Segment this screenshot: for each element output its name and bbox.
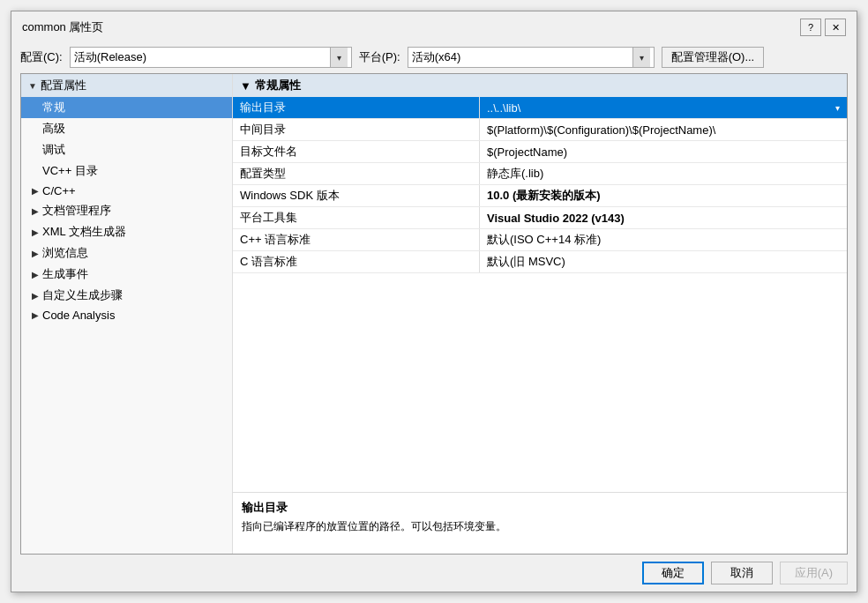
title-controls: ? ✕ [800, 19, 846, 36]
description-title: 输出目录 [242, 500, 838, 516]
sidebar-item-label: Code Analysis [42, 309, 115, 322]
sidebar-item-common[interactable]: 常规 [21, 97, 232, 118]
sidebar-item-browser[interactable]: ▶浏览信息 [21, 242, 232, 264]
sidebar-item-label: 自定义生成步骤 [42, 287, 123, 303]
sidebar-item-vc_dirs[interactable]: VC++ 目录 [21, 160, 232, 182]
tree-group-arrow: ▶ [32, 249, 39, 258]
tree-group-arrow: ▶ [32, 270, 39, 279]
button-row: 确定 取消 应用(A) [11, 555, 857, 592]
sidebar-item-advanced[interactable]: 高级 [21, 118, 232, 139]
prop-name: C++ 语言标准 [233, 229, 480, 250]
tree-section-label: 配置属性 [41, 78, 86, 93]
apply-button[interactable]: 应用(A) [780, 562, 848, 584]
title-bar: common 属性页 ? ✕ [11, 11, 857, 41]
prop-value-text: 10.0 (最新安装的版本) [487, 188, 601, 204]
dialog-title: common 属性页 [22, 19, 103, 35]
tree-section-arrow: ▼ [28, 81, 37, 91]
help-button[interactable]: ? [800, 19, 821, 36]
table-row[interactable]: 目标文件名$(ProjectName) [233, 141, 847, 163]
prop-value-text: 默认(ISO C++14 标准) [487, 232, 601, 248]
tree-group-arrow: ▶ [32, 291, 39, 301]
platform-dropdown[interactable]: 活动(x64) ▾ [408, 47, 655, 68]
prop-value-text: $(Platform)\$(Configuration)\$(ProjectNa… [487, 123, 715, 137]
config-dropdown-value: 活动(Release) [74, 49, 330, 65]
description-text: 指向已编译程序的放置位置的路径。可以包括环境变量。 [242, 519, 838, 534]
sidebar-item-label: XML 文档生成器 [42, 224, 126, 240]
prop-value: 默认(ISO C++14 标准) [480, 229, 847, 250]
platform-dropdown-value: 活动(x64) [412, 49, 632, 65]
prop-name: Windows SDK 版本 [233, 185, 480, 206]
left-panel: ▼ 配置属性 常规高级调试VC++ 目录▶C/C++▶文档管理程序▶XML 文档… [21, 74, 233, 554]
tree-group-arrow: ▶ [32, 227, 39, 237]
table-row[interactable]: 输出目录..\..\lib\▾ [233, 97, 847, 119]
sidebar-item-code_analysis[interactable]: ▶Code Analysis [21, 306, 232, 324]
toolbar: 配置(C): 活动(Release) ▾ 平台(P): 活动(x64) ▾ 配置… [11, 41, 857, 73]
config-manager-button[interactable]: 配置管理器(O)... [662, 47, 765, 68]
sidebar-item-label: 生成事件 [42, 266, 88, 282]
prop-value-text: 默认(旧 MSVC) [487, 254, 565, 270]
close-button[interactable]: ✕ [825, 19, 846, 36]
props-table: 输出目录..\..\lib\▾中间目录$(Platform)\$(Configu… [233, 97, 847, 492]
platform-label: 平台(P): [359, 49, 400, 65]
tree-group-arrow: ▶ [32, 186, 39, 196]
tree-container: 常规高级调试VC++ 目录▶C/C++▶文档管理程序▶XML 文档生成器▶浏览信… [21, 97, 232, 324]
props-section-arrow: ▼ [240, 79, 251, 93]
prop-rows-container: 输出目录..\..\lib\▾中间目录$(Platform)\$(Configu… [233, 97, 847, 273]
prop-name: C 语言标准 [233, 251, 480, 272]
tree-section-header: ▼ 配置属性 [21, 74, 232, 97]
prop-value: 默认(旧 MSVC) [480, 251, 847, 272]
prop-value: Visual Studio 2022 (v143) [480, 207, 847, 228]
table-row[interactable]: 配置类型静态库(.lib) [233, 163, 847, 185]
prop-value: 10.0 (最新安装的版本) [480, 185, 847, 206]
table-row[interactable]: 平台工具集Visual Studio 2022 (v143) [233, 207, 847, 229]
ok-button[interactable]: 确定 [642, 562, 704, 584]
sidebar-item-custom_build[interactable]: ▶自定义生成步骤 [21, 285, 232, 306]
tree-group-arrow: ▶ [32, 310, 39, 320]
sidebar-item-cpp[interactable]: ▶C/C++ [21, 182, 232, 200]
props-header: ▼ 常规属性 [233, 74, 847, 97]
sidebar-item-xml_gen[interactable]: ▶XML 文档生成器 [21, 221, 232, 242]
prop-value: 静态库(.lib) [480, 163, 847, 184]
prop-value: $(ProjectName) [480, 141, 847, 162]
tree-group-arrow: ▶ [32, 206, 39, 216]
prop-name: 输出目录 [233, 97, 480, 118]
prop-name: 中间目录 [233, 119, 480, 140]
sidebar-item-label: 浏览信息 [42, 245, 88, 261]
prop-name: 平台工具集 [233, 207, 480, 228]
config-label: 配置(C): [20, 49, 63, 65]
right-panel: ▼ 常规属性 输出目录..\..\lib\▾中间目录$(Platform)\$(… [233, 74, 847, 554]
sidebar-item-build_events[interactable]: ▶生成事件 [21, 264, 232, 285]
prop-value-text: $(ProjectName) [487, 145, 567, 159]
prop-name: 配置类型 [233, 163, 480, 184]
props-section-label: 常规属性 [255, 78, 301, 93]
platform-dropdown-arrow: ▾ [632, 48, 650, 67]
prop-value-text: Visual Studio 2022 (v143) [487, 212, 625, 225]
cancel-button[interactable]: 取消 [711, 562, 773, 584]
sidebar-item-debug[interactable]: 调试 [21, 139, 232, 160]
prop-value-text: ..\..\lib\ [487, 101, 520, 115]
config-dropdown[interactable]: 活动(Release) ▾ [70, 47, 352, 68]
table-row[interactable]: Windows SDK 版本10.0 (最新安装的版本) [233, 185, 847, 207]
prop-value: ..\..\lib\▾ [480, 97, 847, 118]
main-content: ▼ 配置属性 常规高级调试VC++ 目录▶C/C++▶文档管理程序▶XML 文档… [20, 73, 848, 555]
prop-value-dropdown-arrow: ▾ [835, 103, 840, 113]
table-row[interactable]: 中间目录$(Platform)\$(Configuration)\$(Proje… [233, 119, 847, 141]
sidebar-item-linker[interactable]: ▶文档管理程序 [21, 200, 232, 221]
config-dropdown-arrow: ▾ [330, 48, 348, 67]
sidebar-item-label: C/C++ [42, 184, 76, 197]
prop-value: $(Platform)\$(Configuration)\$(ProjectNa… [480, 119, 847, 140]
prop-value-text: 静态库(.lib) [487, 166, 543, 182]
description-panel: 输出目录 指向已编译程序的放置位置的路径。可以包括环境变量。 [233, 492, 847, 554]
table-row[interactable]: C 语言标准默认(旧 MSVC) [233, 251, 847, 273]
prop-name: 目标文件名 [233, 141, 480, 162]
dialog: common 属性页 ? ✕ 配置(C): 活动(Release) ▾ 平台(P… [11, 11, 857, 592]
sidebar-item-label: 文档管理程序 [42, 203, 111, 219]
table-row[interactable]: C++ 语言标准默认(ISO C++14 标准) [233, 229, 847, 251]
